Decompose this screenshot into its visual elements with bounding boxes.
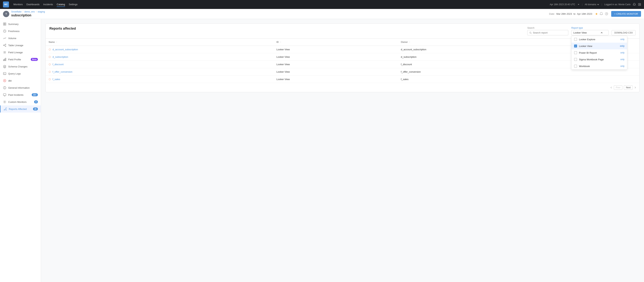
table-row: ⬡ f_offer_conversion Looker View f_offer… [46,68,639,76]
only-workbook[interactable]: only [620,65,624,67]
dropdown-item-sigma[interactable]: Sigma Workbook Page only [572,56,627,63]
nav-settings[interactable]: Settings [69,2,78,7]
reports-affected-badge: 26 [33,107,38,110]
checkbox-sigma[interactable] [574,58,577,61]
breadcrumb-demo-env[interactable]: demo_env [24,10,35,13]
dropdown-label-sigma: Sigma Workbook Page [579,58,604,61]
report-type-dropdown[interactable]: Looker Explore only ✓ Looker View only [571,36,627,70]
reports-icon [4,107,7,111]
search-icon [529,31,532,34]
cell-name: ⬡ f_sales [46,76,274,83]
dropdown-item-looker-explore[interactable]: Looker Explore only [572,36,627,43]
sidebar-item-reports-affected[interactable]: Reports Affected 26 [0,105,41,112]
sidebar-label-schema-changes: Schema Changes [8,65,28,68]
reports-table: Name ↑ ID ↑ Owner ↑ [46,38,639,83]
sub-header: T Snowflake / demo_env / staging subscri… [0,9,644,19]
chevron-down-icon[interactable] [578,3,580,5]
search-box: Search [527,27,568,35]
nav-catalog[interactable]: Catalog [57,2,65,7]
main-content: Reports affected Search Report type Look… [41,19,644,282]
only-power-bi[interactable]: only [620,51,624,54]
past-incidents-badge: 10+ [32,93,38,96]
search-label: Search [527,27,568,29]
bell-header-icon[interactable] [600,12,603,15]
checkbox-workbook[interactable] [574,65,577,68]
clock-icon [3,29,6,33]
sort-id-icon[interactable]: ↑ [280,41,281,43]
sidebar-item-volume[interactable]: Volume [0,35,41,42]
breadcrumb-staging[interactable]: staging [38,10,45,13]
page-title: subscription [11,13,45,17]
search-input[interactable] [533,31,566,34]
bar-chart-icon [3,58,6,61]
nav-right: Apr 18th 2023 20:40 UTC | All domains | … [550,3,641,6]
sidebar-item-freshness[interactable]: Freshness [0,27,41,35]
nav-incidents[interactable]: Incidents [43,2,53,7]
checkbox-looker-explore[interactable] [574,38,577,41]
next-button[interactable]: Next [624,85,633,90]
checkbox-looker-view[interactable]: ✓ [574,44,577,47]
svg-point-22 [4,101,5,102]
create-monitor-button[interactable]: + CREATE MONITOR [611,11,641,17]
sidebar-item-past-incidents[interactable]: Past Incidents 10+ [0,91,41,98]
only-looker-explore[interactable]: only [620,38,624,41]
search-input-wrap[interactable] [527,30,568,35]
link-f-discount[interactable]: f_discount [52,63,64,66]
dropdown-item-power-bi[interactable]: Power BI Report only [572,49,627,56]
link-f-sales[interactable]: f_sales [52,78,60,81]
sidebar-label-custom-monitors: Custom Monitors [8,101,26,103]
sidebar-item-summary[interactable]: Summary [0,20,41,27]
sub-header-right: Date: Mar 28th 2023 to Apr 18th 2023 ★ +… [549,11,641,17]
next-chevron-icon [634,86,636,89]
link-f-offer-conversion[interactable]: f_offer_conversion [52,70,72,73]
sidebar-label-freshness: Freshness [8,30,20,32]
checkbox-power-bi[interactable] [574,51,577,54]
sidebar-item-query-logs[interactable]: Query Logs [0,70,41,77]
share-header-icon[interactable] [605,12,608,15]
sidebar-label-volume: Volume [8,37,16,40]
table-row: ⬡ f_discount Looker View f_discount [46,61,639,68]
link-d-account-subscription[interactable]: d_account_subscription [52,48,78,51]
nav-monitors[interactable]: Monitors [14,2,23,7]
share-icon[interactable] [638,3,641,6]
sort-name-icon[interactable]: ↑ [56,41,57,43]
dropdown-item-looker-view[interactable]: ✓ Looker View only [572,43,627,49]
chevron-up-icon [600,32,603,34]
dropdown-label-looker-view: Looker View [579,45,592,47]
star-icon[interactable]: ★ [595,12,598,16]
breadcrumb-snowflake[interactable]: Snowflake [11,10,22,13]
svg-point-23 [6,108,6,108]
sidebar-item-general-info[interactable]: General Information [0,84,41,91]
sidebar-item-schema-changes[interactable]: Schema Changes [0,63,41,70]
sidebar-item-dbt[interactable]: dbt [0,77,41,84]
sidebar-item-field-profile[interactable]: Field Profile Beta [0,56,41,63]
report-type-label: Report type [571,27,608,29]
svg-rect-21 [3,94,6,96]
sidebar-item-table-lineage[interactable]: Table Lineage [0,42,41,49]
download-csv-button[interactable]: DOWNLOAD CSV [612,30,636,35]
report-type-box: Report type Looker View Looker Explore o [571,27,608,35]
sort-owner-icon[interactable]: ↑ [409,41,410,43]
prev-button[interactable]: Prev [614,85,622,90]
col-id: ID ↑ [274,38,398,46]
link-d-subscription[interactable]: d_subscription [52,55,68,58]
sidebar-label-summary: Summary [8,23,19,25]
nav-dashboards[interactable]: Dashboards [26,2,40,7]
only-sigma[interactable]: only [620,58,624,61]
sidebar-label-dbt: dbt [8,79,12,82]
cell-id: d_subscription [398,53,601,61]
cell-type: Looker View [274,68,398,76]
dropdown-item-workbook[interactable]: Workbook only [572,63,627,69]
date-to-label: to [574,12,576,15]
report-type-select[interactable]: Looker View [571,30,608,35]
sidebar-item-custom-monitors[interactable]: Custom Monitors 8 [0,98,41,105]
bell-icon[interactable] [633,3,636,6]
sidebar-item-field-lineage[interactable]: Field Lineage [0,49,41,56]
cell-name: ⬡ d_subscription [46,53,274,61]
x-circle-icon [3,79,6,82]
only-looker-view[interactable]: only [620,45,624,47]
svg-rect-15 [6,58,6,61]
custom-monitors-badge: 8 [34,100,38,103]
domain-selector[interactable]: All domains [585,3,599,6]
domain-chevron-icon [597,3,599,5]
